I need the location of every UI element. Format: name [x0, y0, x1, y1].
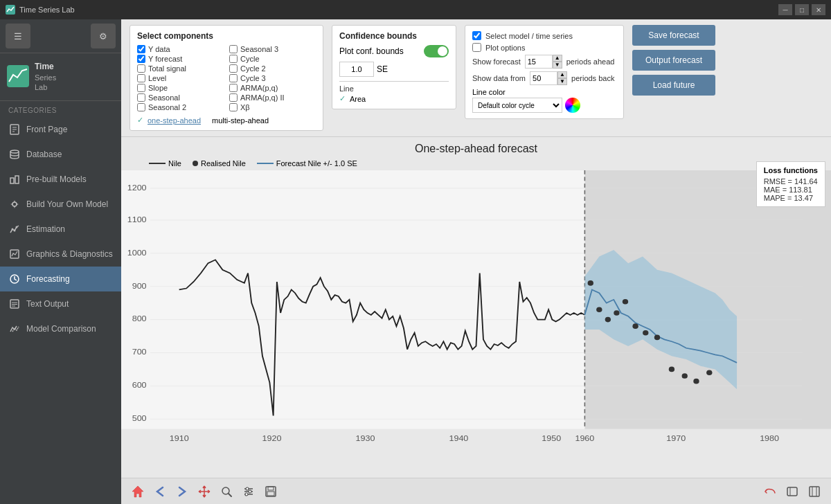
conf-toggle[interactable] [424, 45, 449, 57]
checkbox-slope[interactable]: Slope [137, 84, 224, 92]
color-select[interactable]: Default color cycle [472, 98, 562, 113]
y-data-input[interactable] [137, 45, 145, 53]
toggle-row: Plot conf. bounds [339, 45, 449, 57]
confidence-title: Confidence bounds [339, 31, 449, 41]
sidebar-item-estimation[interactable]: Estimation [0, 217, 121, 242]
output-forecast-button[interactable]: Output forecast [632, 50, 715, 71]
color-picker-button[interactable] [565, 98, 580, 113]
plot-options-checkbox[interactable] [472, 43, 481, 52]
area-label: Area [350, 95, 366, 103]
realised-dot-12 [706, 370, 712, 375]
redo-tool-button[interactable] [783, 482, 802, 501]
sidebar-menu-button[interactable]: ☰ [6, 24, 30, 48]
color-wheel-icon [565, 98, 580, 113]
sidebar-item-front-page[interactable]: Front Page [0, 117, 121, 142]
seasonal-input[interactable] [137, 93, 145, 102]
toggle-knob [438, 46, 447, 56]
select-model-checkbox[interactable] [472, 31, 481, 40]
checkbox-cycle3[interactable]: Cycle 3 [229, 74, 316, 82]
settings-tool-button[interactable] [239, 482, 258, 501]
checkbox-total-signal[interactable]: Total signal [137, 64, 224, 73]
nile-label: Nile [168, 159, 181, 168]
seasonal3-input[interactable] [229, 45, 238, 53]
se-value-input[interactable] [339, 62, 374, 77]
save-tool-button[interactable] [261, 482, 280, 501]
sidebar-item-forecasting[interactable]: Forecasting [0, 267, 121, 291]
sidebar-item-prebuilt-models[interactable]: Pre-built Models [0, 167, 121, 192]
seasonal-label: Seasonal [148, 93, 180, 102]
checkbox-seasonal3[interactable]: Seasonal 3 [229, 45, 316, 53]
svg-point-5 [10, 150, 19, 153]
total-signal-input[interactable] [137, 64, 145, 73]
data-up[interactable]: ▲ [557, 71, 567, 78]
slope-input[interactable] [137, 84, 145, 92]
armapq2-input[interactable] [229, 93, 238, 102]
home-tool-button[interactable] [128, 482, 148, 501]
components-panel: Select components Y data Seasonal 3 Y fo… [129, 25, 323, 131]
checkbox-cycle2[interactable]: Cycle 2 [229, 64, 316, 73]
xb-label: Xβ [240, 103, 250, 111]
plot-options-label: Plot options [485, 44, 525, 52]
sidebar: ☰ ⚙ Time Series Lab Categories Front Pag… [0, 19, 121, 504]
checkbox-y-data[interactable]: Y data [137, 45, 224, 53]
forecast-down[interactable]: ▼ [553, 62, 562, 69]
armapq-input[interactable] [229, 84, 238, 92]
forward-tool-button[interactable] [172, 482, 192, 501]
back-tool-button[interactable] [150, 482, 170, 501]
minimize-button[interactable]: ─ [778, 4, 792, 15]
multi-step-option[interactable]: multi-step-ahead [212, 116, 269, 125]
y-forecast-input[interactable] [137, 55, 145, 63]
realised-dot-3 [605, 317, 611, 323]
sidebar-item-text-output[interactable]: Text Output [0, 291, 121, 316]
data-down[interactable]: ▼ [557, 78, 567, 85]
x-label-1920: 1920 [262, 433, 282, 442]
total-signal-label: Total signal [148, 64, 186, 73]
se-label: SE [377, 64, 388, 74]
seasonal2-input[interactable] [137, 103, 145, 111]
realised-dot-10 [682, 373, 688, 379]
checkbox-y-forecast[interactable]: Y forecast [137, 55, 224, 63]
export-tool-button[interactable] [805, 482, 824, 501]
app-icon [6, 5, 15, 15]
database-icon [8, 148, 21, 161]
sidebar-item-build-your-own-model[interactable]: Build Your Own Model [0, 192, 121, 217]
legend-realised: Realised Nile [193, 159, 246, 168]
svg-point-10 [14, 230, 16, 232]
content-area: Select components Y data Seasonal 3 Y fo… [121, 19, 831, 504]
zoom-tool-button[interactable] [217, 482, 236, 501]
sidebar-item-database[interactable]: Database [0, 142, 121, 167]
sidebar-item-model-comparison[interactable]: Model Comparison [0, 316, 121, 341]
svg-line-20 [229, 494, 231, 496]
checkbox-seasonal[interactable]: Seasonal [137, 93, 224, 102]
forecast-up[interactable]: ▲ [553, 55, 562, 62]
checkbox-armapq2[interactable]: ARMA(p,q) II [229, 93, 316, 102]
titlebar-left: Time Series Lab [6, 5, 75, 15]
xb-input[interactable] [229, 103, 238, 111]
sidebar-settings-button[interactable]: ⚙ [91, 24, 116, 48]
cycle3-input[interactable] [229, 74, 238, 82]
one-step-option[interactable]: ✓ one-step-ahead [137, 116, 201, 125]
checkbox-xb[interactable]: Xβ [229, 103, 316, 111]
save-forecast-button[interactable]: Save forecast [632, 25, 715, 46]
close-button[interactable]: ✕ [812, 4, 825, 15]
checkbox-cycle[interactable]: Cycle [229, 55, 316, 63]
checkbox-seasonal2[interactable]: Seasonal 2 [137, 103, 224, 111]
checkbox-armapq[interactable]: ARMA(p,q) [229, 84, 316, 92]
titlebar-controls: ─ □ ✕ [778, 4, 825, 15]
cycle-input[interactable] [229, 55, 238, 63]
sidebar-item-graphics-diagnostics[interactable]: Graphics & Diagnostics [0, 242, 121, 267]
forecast-value-input[interactable] [525, 55, 553, 69]
chart-container: One-step-ahead forecast Nile Realised Ni… [121, 137, 831, 478]
maximize-button[interactable]: □ [795, 4, 809, 15]
load-future-button[interactable]: Load future [632, 75, 715, 96]
model-panel: Select model / time series Plot options … [465, 25, 624, 119]
cycle2-input[interactable] [229, 64, 238, 73]
undo-tool-button[interactable] [760, 482, 780, 501]
one-step-label[interactable]: one-step-ahead [148, 116, 201, 125]
move-tool-button[interactable] [195, 482, 214, 501]
level-label: Level [148, 74, 166, 82]
data-value-input[interactable] [530, 71, 557, 85]
plot-options-row: Plot options [472, 43, 616, 52]
level-input[interactable] [137, 74, 145, 82]
checkbox-level[interactable]: Level [137, 74, 224, 82]
